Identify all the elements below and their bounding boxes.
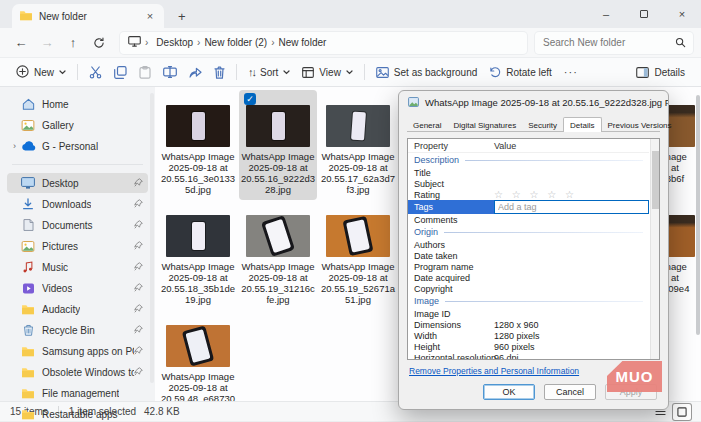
property-row-comments[interactable]: Comments <box>408 214 649 225</box>
close-button[interactable]: × <box>663 0 701 28</box>
details-pane-button[interactable]: Details <box>630 63 691 82</box>
pin-icon <box>134 178 143 189</box>
rating-stars-icon[interactable]: ☆ ☆ ☆ ☆ ☆ <box>494 189 649 200</box>
file-name: WhatsApp Image 2025-09-18 at 20.55.18_35… <box>159 261 237 305</box>
sidebar-item-documents[interactable]: Documents <box>7 215 148 235</box>
sidebar-item-g-personal[interactable]: ›G - Personal <box>7 136 148 156</box>
set-as-background-button[interactable]: Set as background <box>370 63 483 82</box>
pictures-icon <box>20 241 36 252</box>
address-bar[interactable]: › Desktop›New folder (2)›New folder <box>120 32 527 54</box>
property-section-origin: Origin <box>408 225 649 239</box>
remove-properties-link[interactable]: Remove Properties and Personal Informati… <box>409 366 579 376</box>
tag-input[interactable] <box>494 200 649 214</box>
rename-button[interactable] <box>157 62 183 82</box>
see-more-button[interactable]: ··· <box>558 62 584 82</box>
sidebar-item-samsung-apps-on-pc[interactable]: Samsung apps on PC <box>7 341 148 361</box>
property-value: 96 dpi <box>494 353 649 361</box>
sidebar-item-videos[interactable]: Videos <box>7 278 148 298</box>
new-button[interactable]: New <box>10 61 72 84</box>
delete-button[interactable] <box>208 62 231 83</box>
file-tile[interactable]: WhatsApp Image 2025-09-18 at 20.55.19_31… <box>239 200 317 310</box>
toolbar-divider <box>364 64 365 80</box>
sidebar-item-label: Downloads <box>42 199 91 210</box>
file-area-scrollbar[interactable] <box>695 89 701 399</box>
view-button[interactable]: View <box>296 63 359 82</box>
property-row-subject[interactable]: Subject <box>408 178 649 189</box>
property-list-scrollbar[interactable] <box>650 139 659 359</box>
breadcrumb-item-desktop[interactable]: Desktop <box>152 35 197 50</box>
tab-general[interactable]: General <box>407 118 447 131</box>
breadcrumb: Desktop›New folder (2)›New folder <box>152 37 330 48</box>
property-row-date-taken[interactable]: Date taken <box>408 250 649 261</box>
file-name: WhatsApp Image 2025-09-18 at 20.55.19_52… <box>319 261 397 305</box>
property-row-program-name[interactable]: Program name <box>408 261 649 272</box>
share-icon <box>189 66 202 78</box>
sidebar-scrollbar[interactable] <box>150 93 154 383</box>
tab-security[interactable]: Security <box>522 118 563 131</box>
forward-button[interactable]: → <box>34 31 60 55</box>
onedrive-icon <box>20 141 36 151</box>
sidebar-item-gallery[interactable]: Gallery <box>7 115 148 135</box>
sidebar-item-home[interactable]: Home <box>7 94 148 114</box>
file-tile[interactable]: WhatsApp Image 2025-09-18 at 20.55.18_35… <box>159 200 237 310</box>
sidebar-item-obsolete-windows-tools[interactable]: Obsolete Windows tools <box>7 362 148 382</box>
recycle-bin-icon <box>20 324 36 336</box>
ok-button[interactable]: OK <box>483 384 535 400</box>
up-button[interactable]: ↑ <box>60 31 86 55</box>
sidebar-item-downloads[interactable]: Downloads <box>7 194 148 214</box>
property-row-date-acquired[interactable]: Date acquired <box>408 272 649 283</box>
minimize-button[interactable]: – <box>587 0 625 28</box>
sidebar-item-restartable-apps[interactable]: Restartable apps <box>7 404 148 422</box>
tab-details[interactable]: Details <box>563 117 601 132</box>
property-row-tags[interactable]: Tags <box>408 200 649 214</box>
property-row-image-id[interactable]: Image ID <box>408 308 649 319</box>
property-row-dimensions[interactable]: Dimensions1280 x 960 <box>408 319 649 330</box>
sidebar-item-pictures[interactable]: Pictures <box>7 236 148 256</box>
paste-button[interactable] <box>133 62 157 83</box>
property-row-horizontal-resolution[interactable]: Horizontal resolution96 dpi <box>408 352 649 360</box>
refresh-button[interactable] <box>86 31 112 55</box>
property-row-rating[interactable]: Rating☆ ☆ ☆ ☆ ☆ <box>408 189 649 200</box>
sidebar-item-file-management[interactable]: File management <box>7 383 148 403</box>
file-grid: WhatsApp Image 2025-09-18 at 20.55.16_3e… <box>159 90 399 401</box>
music-icon <box>20 261 36 273</box>
tab-digital-signatures[interactable]: Digital Signatures <box>447 118 522 131</box>
thumbnail-view-toggle[interactable] <box>673 404 691 420</box>
sidebar-item-desktop[interactable]: Desktop <box>7 173 148 193</box>
file-name: WhatsApp Image 2025-09-18 at 20.55.16_92… <box>239 151 317 195</box>
file-tile[interactable]: WhatsApp Image 2025-09-18 at 20.55.17_62… <box>319 90 397 200</box>
file-tile[interactable]: WhatsApp Image 2025-09-18 at 20.55.19_52… <box>319 200 397 310</box>
details-label: Details <box>654 67 685 78</box>
back-button[interactable]: ← <box>8 31 34 55</box>
sidebar-item-recycle-bin[interactable]: Recycle Bin <box>7 320 148 340</box>
property-row-authors[interactable]: Authors <box>408 239 649 250</box>
explorer-tab[interactable]: New folder × <box>12 4 164 28</box>
cut-button[interactable] <box>83 62 108 83</box>
rotate-left-button[interactable]: Rotate left <box>483 62 558 82</box>
selected-checkbox-icon[interactable]: ✓ <box>244 93 256 105</box>
file-tile[interactable]: ✓WhatsApp Image 2025-09-18 at 20.55.16_9… <box>239 90 317 200</box>
sort-button[interactable]: ↑↓ Sort <box>242 62 296 82</box>
property-row-height[interactable]: Height960 pixels <box>408 341 649 352</box>
scissors-icon <box>89 66 102 79</box>
file-tile[interactable]: WhatsApp Image 2025-09-18 at 20.55.16_3e… <box>159 90 237 200</box>
breadcrumb-item-new-folder-2[interactable]: New folder (2) <box>200 35 271 50</box>
new-tab-button[interactable]: + <box>178 10 186 23</box>
copy-button[interactable] <box>108 62 133 83</box>
file-tile[interactable]: WhatsApp Image 2025-09-18 at 20.59.48_e6… <box>159 310 237 401</box>
search-input[interactable] <box>543 37 675 48</box>
sidebar-item-music[interactable]: Music <box>7 257 148 277</box>
sidebar-separator <box>12 164 143 165</box>
property-row-width[interactable]: Width1280 pixels <box>408 330 649 341</box>
breadcrumb-item-new-folder[interactable]: New folder <box>275 35 331 50</box>
tab-close-icon[interactable]: × <box>143 10 157 22</box>
sidebar-item-audacity[interactable]: Audacity <box>7 299 148 319</box>
property-row-title[interactable]: Title <box>408 167 649 178</box>
share-button[interactable] <box>183 62 208 82</box>
property-row-copyright[interactable]: Copyright <box>408 283 649 294</box>
property-value: 1280 x 960 <box>494 320 649 330</box>
sidebar-item-label: G - Personal <box>42 141 98 152</box>
tab-previous-versions[interactable]: Previous Versions <box>602 118 678 131</box>
maximize-button[interactable] <box>625 0 663 28</box>
cancel-button[interactable]: Cancel <box>544 384 596 400</box>
